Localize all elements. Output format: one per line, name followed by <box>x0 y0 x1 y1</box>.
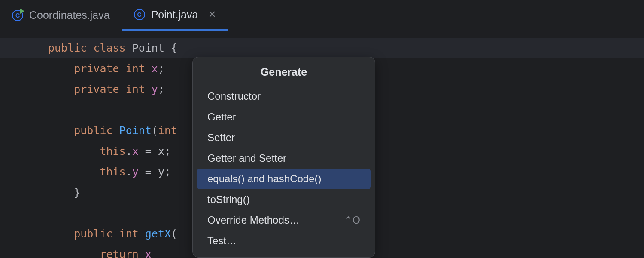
code-line: public class Point { <box>0 38 644 58</box>
menu-item-setter[interactable]: Setter <box>197 127 371 148</box>
tab-point[interactable]: C Point.java ✕ <box>122 0 228 31</box>
java-class-icon: C <box>12 10 23 21</box>
menu-item-override[interactable]: Override Methods…⌃O <box>197 210 371 230</box>
gutter-line <box>43 31 43 258</box>
menu-item-equals-hashcode[interactable]: equals() and hashCode() <box>197 169 371 189</box>
tab-label: Coordinates.java <box>29 9 110 22</box>
java-class-icon: C <box>134 9 145 20</box>
menu-item-test[interactable]: Test… <box>197 230 371 251</box>
tab-bar: C Coordinates.java C Point.java ✕ <box>0 0 644 31</box>
tab-label: Point.java <box>151 9 198 21</box>
menu-item-getter-setter[interactable]: Getter and Setter <box>197 148 371 169</box>
tab-coordinates[interactable]: C Coordinates.java <box>0 0 122 31</box>
menu-item-tostring[interactable]: toString() <box>197 189 371 210</box>
close-icon[interactable]: ✕ <box>208 9 216 20</box>
generate-popup: Generate Constructor Getter Setter Gette… <box>192 57 375 258</box>
menu-item-getter[interactable]: Getter <box>197 107 371 127</box>
popup-title: Generate <box>193 60 375 86</box>
menu-item-constructor[interactable]: Constructor <box>197 86 371 107</box>
